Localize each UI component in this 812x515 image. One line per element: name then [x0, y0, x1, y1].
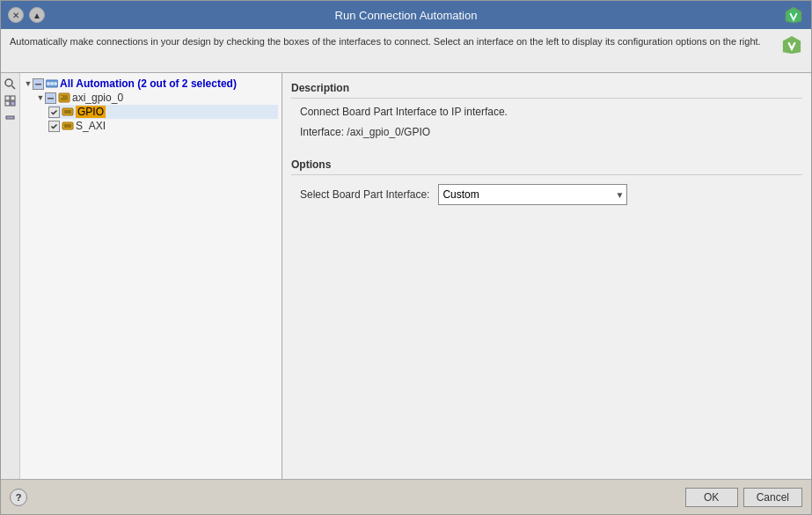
gpio-item[interactable]: GPIO [48, 105, 278, 119]
board-part-select[interactable]: Custom [438, 184, 627, 205]
main-content: ▼ [1, 73, 811, 479]
description-line1: Connect Board Part Interface to IP inter… [291, 104, 802, 121]
expand-icon[interactable] [4, 93, 18, 107]
minimize-button[interactable]: ▲ [29, 7, 45, 23]
list-item[interactable]: ▼ axi_gp [36, 91, 278, 105]
ok-button[interactable]: OK [685, 488, 738, 507]
axi-gpio-checkbox[interactable] [45, 92, 56, 104]
select-wrapper: Custom ▼ [438, 184, 627, 205]
svg-rect-17 [61, 95, 68, 100]
bottom-bar-right: OK Cancel [685, 488, 802, 507]
axi-gpio-label: axi_gpio_0 [72, 92, 123, 104]
svg-line-4 [12, 85, 16, 89]
cancel-button[interactable]: Cancel [743, 488, 802, 507]
search-icon[interactable] [4, 77, 18, 91]
saxi-interface-icon [62, 120, 74, 132]
gpio-checkbox[interactable] [48, 107, 60, 118]
bottom-bar: ? OK Cancel [1, 479, 811, 514]
expand-arrow-icon: ▼ [24, 79, 33, 88]
left-panel-inner: ▼ [1, 73, 282, 479]
description-section: Description Connect Board Part Interface… [291, 82, 802, 144]
help-button[interactable]: ? [10, 489, 27, 506]
close-button[interactable]: ✕ [8, 7, 24, 23]
description-line2: Interface: /axi_gpio_0/GPIO [291, 124, 802, 141]
title-bar-left: ✕ ▲ [8, 7, 45, 23]
description-header: Description [291, 82, 802, 99]
tree-area: ▼ [20, 73, 282, 479]
left-panel: ▼ [1, 73, 282, 479]
saxi-label: S_AXI [76, 120, 106, 132]
title-bar-right [783, 4, 804, 26]
root-label: All Automation (2 out of 2 selected) [60, 77, 237, 90]
main-window: ✕ ▲ Run Connection Automation Automatica… [0, 0, 812, 515]
options-section: Options Select Board Part Interface: Cus… [291, 158, 802, 205]
module-icon [58, 92, 70, 104]
svg-point-14 [54, 82, 57, 85]
gpio-interface-icon [62, 106, 74, 118]
tree-toolbar [1, 73, 20, 479]
info-text: Automatically make connections in your d… [10, 34, 781, 49]
svg-point-12 [47, 82, 50, 85]
svg-rect-6 [11, 96, 15, 100]
title-bar: ✕ ▲ Run Connection Automation [1, 1, 811, 29]
select-board-label: Select Board Part Interface: [300, 188, 429, 201]
right-panel: Description Connect Board Part Interface… [282, 73, 811, 479]
select-row: Select Board Part Interface: Custom ▼ [291, 184, 802, 205]
svg-rect-15 [48, 98, 54, 99]
svg-rect-7 [5, 101, 10, 106]
info-bar-logo-icon [781, 34, 802, 55]
root-checkbox[interactable] [33, 78, 44, 90]
svg-rect-22 [64, 124, 71, 128]
svg-point-3 [5, 79, 12, 86]
bottom-bar-left: ? [10, 489, 27, 506]
gpio-label: GPIO [76, 106, 106, 118]
svg-rect-20 [64, 110, 71, 114]
svg-rect-10 [35, 84, 41, 85]
list-item[interactable]: ▼ [24, 77, 278, 91]
svg-point-13 [50, 82, 54, 85]
svg-rect-8 [11, 101, 15, 106]
vivado-logo-icon [783, 4, 804, 26]
options-header: Options [291, 158, 802, 175]
info-bar: Automatically make connections in your d… [1, 29, 811, 73]
saxi-checkbox[interactable] [48, 121, 60, 132]
window-title: Run Connection Automation [335, 9, 478, 22]
collapse-icon[interactable] [4, 110, 18, 124]
expand-arrow-icon: ▼ [36, 93, 45, 102]
svg-rect-9 [6, 116, 14, 119]
saxi-item[interactable]: S_AXI [48, 119, 278, 133]
root-icon [46, 77, 58, 90]
svg-rect-5 [5, 96, 10, 100]
